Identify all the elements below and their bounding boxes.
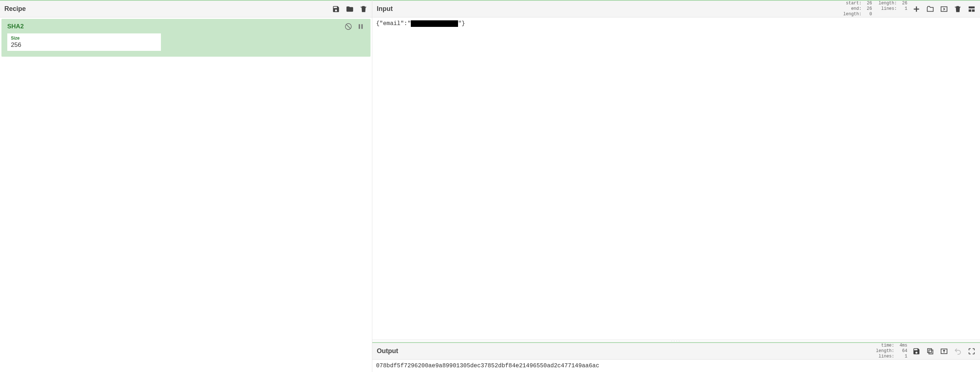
undo-icon[interactable] bbox=[954, 347, 962, 355]
output-header: Output time: 4ms length: 64 lines: 1 bbox=[372, 342, 980, 360]
recipe-title: Recipe bbox=[4, 5, 26, 13]
disable-operation-icon[interactable] bbox=[344, 22, 352, 30]
clear-input-icon[interactable] bbox=[954, 5, 962, 13]
breakpoint-operation-icon[interactable] bbox=[357, 22, 365, 30]
recipe-header: Recipe bbox=[0, 0, 372, 17]
io-column: Input start: 26 end: 26 length: 0 length… bbox=[372, 0, 980, 372]
svg-rect-10 bbox=[929, 350, 933, 354]
svg-rect-6 bbox=[941, 6, 947, 11]
input-text-area[interactable]: {"email":""} bbox=[372, 17, 980, 339]
recipe-panel: Recipe SHA2 bbox=[0, 0, 372, 372]
output-stats: time: 4ms length: 64 lines: 1 bbox=[876, 343, 907, 359]
svg-rect-11 bbox=[928, 348, 932, 352]
output-text: 078bdf5f7296200ae9a89901305dec37852dbf84… bbox=[376, 362, 599, 369]
output-stats-col: time: 4ms length: 64 lines: 1 bbox=[876, 343, 907, 359]
redacted-block bbox=[411, 20, 458, 27]
input-stats: start: 26 end: 26 length: 0 length: 26 l… bbox=[843, 1, 907, 17]
add-input-tab-icon[interactable] bbox=[912, 5, 920, 13]
reset-layout-icon[interactable] bbox=[968, 5, 976, 13]
output-text-area[interactable]: 078bdf5f7296200ae9a89901305dec37852dbf84… bbox=[372, 360, 980, 372]
input-text-post: "} bbox=[458, 20, 465, 27]
move-output-to-input-icon[interactable] bbox=[940, 347, 948, 355]
svg-line-1 bbox=[347, 25, 350, 29]
open-folder-icon[interactable] bbox=[926, 5, 934, 13]
output-title: Output bbox=[377, 347, 398, 355]
input-stats-length: length: 26 lines: 1 bbox=[879, 1, 907, 17]
maximize-output-icon[interactable] bbox=[968, 347, 976, 355]
open-file-icon[interactable] bbox=[940, 5, 948, 13]
svg-rect-3 bbox=[361, 24, 363, 29]
copy-output-icon[interactable] bbox=[926, 347, 934, 355]
input-header: Input start: 26 end: 26 length: 0 length… bbox=[372, 0, 980, 17]
input-text-pre: {"email":" bbox=[376, 20, 411, 27]
io-resize-handle[interactable] bbox=[372, 339, 980, 342]
operation-arg-label: Size bbox=[11, 36, 157, 41]
save-recipe-icon[interactable] bbox=[332, 5, 340, 13]
recipe-body[interactable]: SHA2 Size 256 bbox=[0, 17, 372, 372]
svg-rect-9 bbox=[972, 9, 975, 11]
svg-rect-2 bbox=[359, 24, 360, 29]
load-recipe-icon[interactable] bbox=[346, 5, 354, 13]
input-stats-selection: start: 26 end: 26 length: 0 bbox=[843, 1, 872, 17]
operation-arg-size[interactable]: Size 256 bbox=[7, 33, 161, 51]
svg-rect-7 bbox=[969, 6, 975, 8]
clear-recipe-icon[interactable] bbox=[360, 5, 368, 13]
save-output-icon[interactable] bbox=[912, 347, 920, 355]
operation-block-sha2[interactable]: SHA2 Size 256 bbox=[2, 19, 371, 57]
input-title: Input bbox=[377, 5, 393, 13]
operation-title: SHA2 bbox=[7, 23, 24, 30]
operation-arg-value: 256 bbox=[11, 41, 157, 49]
svg-rect-8 bbox=[969, 9, 971, 11]
